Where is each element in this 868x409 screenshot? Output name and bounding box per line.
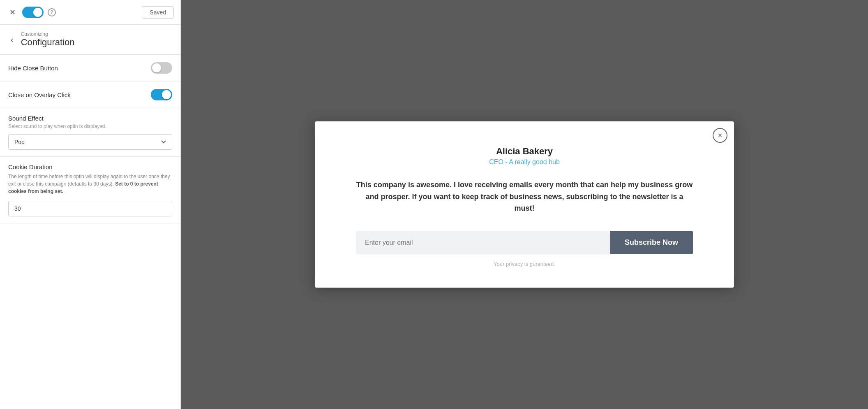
sound-effect-title: Sound Effect <box>8 115 172 122</box>
popup-subscribe-button[interactable]: Subscribe Now <box>610 231 693 254</box>
close-overlay-label: Close on Overlay Click <box>8 91 71 98</box>
panel-close-button[interactable]: ✕ <box>7 7 18 18</box>
customizing-label: Customizing <box>21 31 75 37</box>
sound-effect-select[interactable]: Pop None Ding Chime <box>8 134 172 150</box>
popup-close-button[interactable]: × <box>713 128 727 143</box>
config-title-wrap: Customizing Configuration <box>21 31 75 48</box>
main-toggle-slider <box>22 7 44 18</box>
saved-button[interactable]: Saved <box>142 6 174 19</box>
sound-effect-desc: Select sound to play when optin is displ… <box>8 123 172 129</box>
left-panel: ✕ ? Saved ‹ Customizing Configuration Hi… <box>0 0 181 409</box>
cookie-duration-section: Cookie Duration The length of time befor… <box>0 157 180 223</box>
hide-close-button-row: Hide Close Button <box>0 55 180 81</box>
cookie-duration-desc: The length of time before this optin wil… <box>8 173 172 195</box>
close-overlay-row: Close on Overlay Click <box>0 81 180 108</box>
popup-email-input[interactable] <box>356 231 610 254</box>
cookie-duration-input[interactable]: 30 <box>8 201 172 216</box>
hide-close-button-toggle[interactable] <box>151 62 172 74</box>
hide-close-button-label: Hide Close Button <box>8 65 58 72</box>
close-overlay-slider <box>151 89 172 100</box>
main-toggle[interactable] <box>22 7 44 18</box>
popup-modal: × Alicia Bakery CEO - A really good hub … <box>315 121 734 288</box>
popup-privacy-text: Your privacy is guranteed. <box>356 261 693 267</box>
popup-author-name: Alicia Bakery <box>348 146 701 157</box>
cookie-duration-title: Cookie Duration <box>8 163 172 170</box>
back-button[interactable]: ‹ <box>8 35 16 44</box>
popup-author-role: CEO - A really good hub <box>348 158 701 166</box>
top-bar: ✕ ? Saved <box>0 0 180 25</box>
sound-effect-section: Sound Effect Select sound to play when o… <box>0 108 180 157</box>
help-icon[interactable]: ? <box>48 8 56 16</box>
popup-form: Subscribe Now <box>356 231 693 254</box>
main-toggle-wrap <box>22 7 44 18</box>
popup-testimonial: This company is awesome. I love receivin… <box>356 179 693 214</box>
settings-list: Hide Close Button Close on Overlay Click… <box>0 55 180 409</box>
config-header: ‹ Customizing Configuration <box>0 25 180 55</box>
cookie-duration-note: Set to 0 to prevent cookies from being s… <box>8 181 158 194</box>
hide-close-slider <box>151 62 172 74</box>
config-title: Configuration <box>21 37 75 48</box>
close-overlay-toggle[interactable] <box>151 89 172 100</box>
right-panel: × Alicia Bakery CEO - A really good hub … <box>181 0 868 409</box>
